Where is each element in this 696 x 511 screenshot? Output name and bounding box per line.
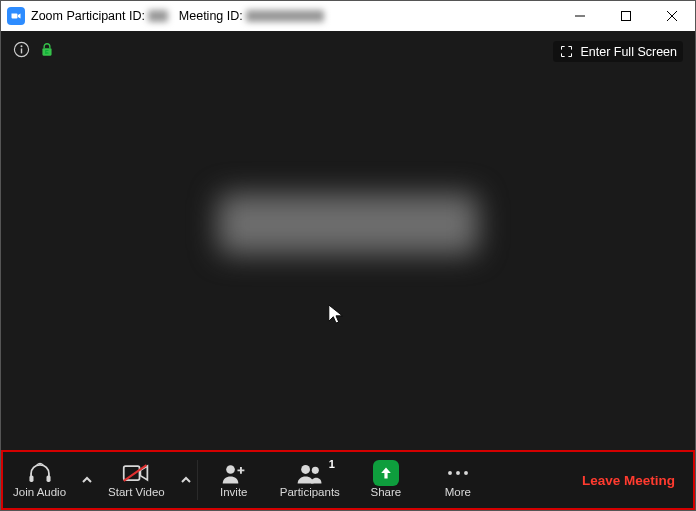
svg-point-18 [464,471,468,475]
toolbar-highlight: Join Audio Start Video Invite 1 [1,450,695,510]
svg-rect-1 [622,12,631,21]
join-audio-button[interactable]: Join Audio [3,452,76,508]
share-button[interactable]: Share [350,452,422,508]
info-bar: E [13,41,54,62]
fullscreen-label: Enter Full Screen [580,45,677,59]
share-label: Share [371,486,402,498]
video-options-caret[interactable] [175,452,197,508]
video-stage: E Enter Full Screen [1,31,695,450]
participant-id-redacted [148,10,168,22]
info-icon[interactable] [13,41,30,62]
mouse-cursor-icon [327,303,345,329]
title-mid: Meeting ID: [168,9,246,23]
svg-point-13 [226,465,235,474]
svg-point-5 [21,45,23,47]
participants-icon: 1 [295,462,325,484]
invite-button[interactable]: Invite [198,452,270,508]
zoom-app-icon [7,7,25,25]
video-off-icon [122,462,150,484]
start-video-button[interactable]: Start Video [98,452,175,508]
svg-rect-11 [124,466,140,480]
titlebar: Zoom Participant ID: Meeting ID: [1,1,695,31]
window-controls [557,1,695,31]
participants-label: Participants [280,486,340,498]
meeting-toolbar: Join Audio Start Video Invite 1 [3,452,693,508]
maximize-button[interactable] [603,1,649,31]
svg-rect-6 [21,48,22,53]
audio-options-caret[interactable] [76,452,98,508]
enter-fullscreen-button[interactable]: Enter Full Screen [553,41,683,62]
svg-rect-9 [29,475,33,482]
more-button[interactable]: More [422,452,494,508]
svg-point-15 [312,467,319,474]
participant-name-redacted [218,194,478,254]
more-icon [446,462,470,484]
headphones-icon [27,462,53,484]
join-audio-label: Join Audio [13,486,66,498]
svg-line-12 [124,465,147,481]
leave-meeting-label: Leave Meeting [582,473,675,488]
encryption-lock-icon[interactable]: E [40,42,54,62]
close-button[interactable] [649,1,695,31]
svg-point-16 [448,471,452,475]
svg-point-17 [456,471,460,475]
share-screen-icon [373,462,399,484]
invite-label: Invite [220,486,248,498]
svg-rect-10 [46,475,50,482]
title-prefix: Zoom Participant ID: [31,9,148,23]
meeting-id-redacted [246,10,324,22]
svg-point-14 [301,465,310,474]
start-video-label: Start Video [108,486,165,498]
minimize-button[interactable] [557,1,603,31]
participants-button[interactable]: 1 Participants [270,452,350,508]
svg-text:E: E [45,49,49,55]
leave-meeting-button[interactable]: Leave Meeting [572,452,693,508]
invite-icon [221,462,247,484]
zoom-window: Zoom Participant ID: Meeting ID: E Enter… [0,0,696,511]
more-label: More [445,486,471,498]
participants-count: 1 [329,458,335,470]
